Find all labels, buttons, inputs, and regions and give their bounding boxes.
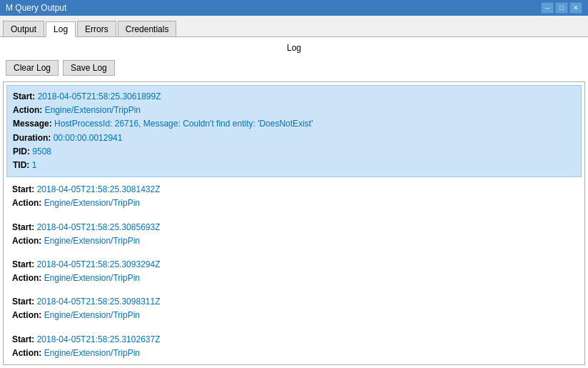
tab-log[interactable]: Log [46,21,76,37]
field-label: Action: [13,105,45,115]
field-value: Engine/Extension/TripPin [44,348,140,358]
field-label: Start: [12,297,37,307]
field-label: PID: [13,146,32,156]
field-value: 2018-04-05T21:58:25.3093294Z [37,259,161,269]
tab-errors[interactable]: Errors [77,21,116,36]
log-entry[interactable]: Start: 2018-04-05T21:58:25.3061899ZActio… [6,85,582,177]
maximize-button[interactable]: □ [555,2,568,14]
tab-credentials[interactable]: Credentials [118,21,177,36]
field-value: 2018-04-05T21:58:25.3081432Z [37,184,161,194]
log-container[interactable]: Start: 2018-04-05T21:58:25.3061899ZActio… [3,81,585,365]
close-button[interactable]: ✕ [569,2,582,14]
title-bar-controls: ─ □ ✕ [541,2,582,14]
field-value: Engine/Extension/TripPin [44,273,140,283]
field-label: Start: [12,184,37,194]
log-entry[interactable]: Start: 2018-04-05T21:58:25.3081432ZActio… [6,179,582,214]
field-value: 2018-04-05T21:58:25.3102637Z [37,334,161,344]
content-area: Log Clear Log Save Log Start: 2018-04-05… [0,37,588,368]
field-label: TID: [13,160,32,170]
field-label: Action: [12,198,44,208]
tab-output[interactable]: Output [3,21,44,36]
app-title: M Query Output [6,3,66,13]
minimize-button[interactable]: ─ [541,2,554,14]
clear-log-button[interactable]: Clear Log [6,60,59,76]
field-label: Action: [12,273,44,283]
title-bar-left: M Query Output [6,3,66,13]
log-entry[interactable]: Start: 2018-04-05T21:58:25.3098311ZActio… [6,291,582,327]
field-label: Start: [12,259,37,269]
toolbar: Clear Log Save Log [0,57,588,81]
field-value: Engine/Extension/TripPin [45,105,141,115]
field-value: Engine/Extension/TripPin [44,310,140,320]
log-entry[interactable]: Start: 2018-04-05T21:58:25.3093294ZActio… [6,254,582,289]
field-label: Start: [12,222,37,232]
field-value: Engine/Extension/TripPin [44,198,140,208]
field-value: 2018-04-05T21:58:25.3098311Z [37,297,161,307]
tabs-bar: Output Log Errors Credentials [0,16,588,37]
field-value: HostProcessId: 26716, Message: Couldn't … [54,119,313,129]
field-label: Action: [12,348,44,358]
log-entry[interactable]: Start: 2018-04-05T21:58:25.3085693ZActio… [6,217,582,252]
log-entry[interactable]: Start: 2018-04-05T21:58:25.3102637ZActio… [6,329,582,364]
field-value: 2018-04-05T21:58:25.3085693Z [37,222,161,232]
field-value: 9508 [32,146,51,156]
field-label: Action: [12,236,44,246]
save-log-button[interactable]: Save Log [63,60,115,76]
field-label: Start: [13,91,38,101]
field-label: Message: [13,119,54,129]
title-bar: M Query Output ─ □ ✕ [0,0,588,16]
field-value: 1 [32,160,37,170]
log-title: Log [0,37,588,57]
field-value: Engine/Extension/TripPin [44,236,140,246]
field-value: 00:00:00.0012941 [54,133,123,143]
field-label: Action: [12,310,44,320]
field-label: Duration: [13,133,54,143]
field-label: Start: [12,334,37,344]
field-value: 2018-04-05T21:58:25.3061899Z [38,91,161,101]
